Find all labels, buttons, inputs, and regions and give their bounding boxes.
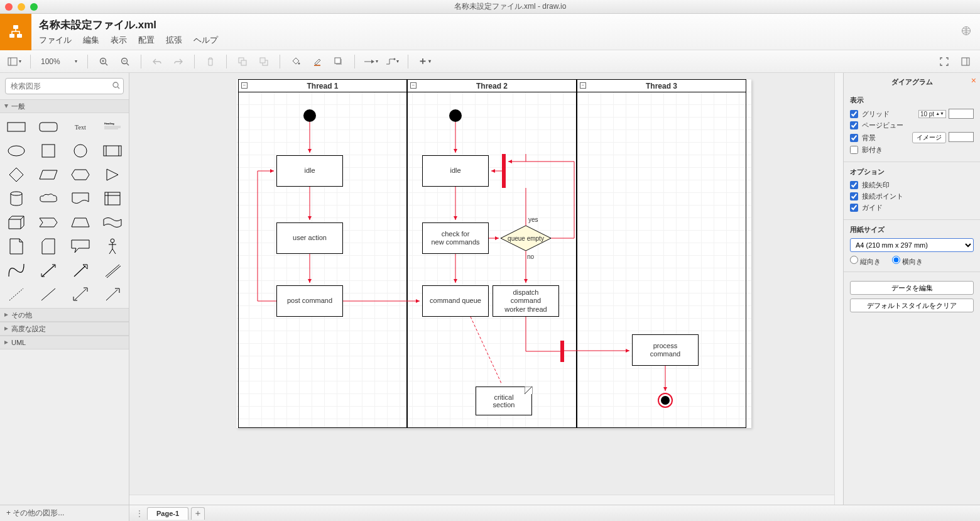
scrollbar-vertical[interactable] [834, 73, 843, 505]
swimlane-thread3[interactable]: Thread 3 − process command [577, 79, 746, 428]
shape-square[interactable] [35, 142, 63, 160]
shape-circle[interactable] [67, 142, 95, 160]
view-mode-button[interactable]: ▾ [5, 53, 24, 70]
to-back-button[interactable] [254, 53, 273, 70]
clear-style-button[interactable]: デフォルトスタイルをクリア [850, 299, 974, 312]
node-check[interactable]: check for new commands [422, 222, 489, 254]
shape-document[interactable] [67, 190, 95, 207]
delete-button[interactable] [201, 53, 220, 70]
chk-conn-arrows[interactable] [850, 181, 858, 189]
fill-color-button[interactable] [286, 53, 305, 70]
edit-data-button[interactable]: データを編集 [850, 281, 974, 295]
section-general[interactable]: 一般 [0, 99, 129, 113]
shape-callout[interactable] [67, 238, 95, 255]
menu-arrange[interactable]: 配置 [138, 35, 155, 46]
section-uml[interactable]: UML [0, 336, 129, 349]
grid-color-swatch[interactable] [949, 109, 974, 119]
image-button[interactable]: イメージ [912, 132, 946, 143]
swimlane-thread2[interactable]: Thread 2 − idle check for new commands c… [407, 79, 577, 428]
section-advanced[interactable]: 高度な設定 [0, 322, 129, 336]
node-post-command[interactable]: post command [276, 285, 343, 317]
shape-card[interactable] [35, 238, 63, 255]
menu-file[interactable]: ファイル [39, 35, 72, 46]
waypoint-style-button[interactable]: ▾ [383, 53, 401, 70]
sync-bar-top[interactable] [502, 154, 506, 188]
shape-plain-line[interactable] [35, 285, 63, 303]
node-queue[interactable]: command queue [422, 285, 489, 317]
decision-queue-empty[interactable]: queue empty [501, 226, 551, 251]
scrollbar-horizontal[interactable] [129, 495, 834, 505]
shape-dir-arrow[interactable] [98, 285, 126, 303]
shape-cube[interactable] [3, 214, 31, 231]
menu-extras[interactable]: 拡張 [166, 35, 182, 46]
chk-background[interactable] [850, 134, 858, 142]
note-critical-section[interactable]: critical section [476, 387, 532, 415]
radio-portrait[interactable]: 縦向き [850, 256, 881, 266]
shape-textbox[interactable]: Heading [98, 118, 126, 136]
close-window[interactable] [5, 3, 13, 11]
end-node[interactable] [658, 393, 673, 408]
shape-cloud[interactable] [35, 190, 63, 207]
chk-shadow[interactable] [850, 146, 858, 154]
shape-curve[interactable] [3, 261, 31, 279]
chk-guides[interactable] [850, 204, 858, 212]
chk-grid[interactable] [850, 110, 858, 118]
to-front-button[interactable] [233, 53, 252, 70]
node-idle1[interactable]: idle [276, 155, 343, 187]
zoom-in-button[interactable] [94, 53, 113, 70]
shadow-button[interactable] [329, 53, 348, 70]
close-icon[interactable]: × [971, 75, 976, 85]
node-idle2[interactable]: idle [422, 155, 489, 187]
chk-conn-points[interactable] [850, 192, 858, 200]
menu-help[interactable]: ヘルプ [193, 35, 218, 46]
shape-parallelogram[interactable] [35, 166, 63, 184]
zoom-level[interactable]: 100%▾ [37, 53, 81, 70]
undo-button[interactable] [148, 53, 166, 70]
connection-style-button[interactable]: ▾ [361, 53, 380, 70]
radio-landscape[interactable]: 横向き [892, 256, 923, 266]
collapse-icon[interactable]: − [410, 82, 416, 89]
shape-text[interactable]: Text [67, 118, 95, 136]
shape-step[interactable] [35, 214, 63, 231]
shape-diamond[interactable] [3, 166, 31, 184]
shape-bidir-arrow[interactable] [67, 285, 95, 303]
insert-button[interactable]: ＋▾ [415, 53, 433, 70]
sync-bar-bottom[interactable] [560, 341, 564, 362]
bg-color-swatch[interactable] [949, 132, 974, 142]
shape-internal-storage[interactable] [98, 190, 126, 207]
chk-pageview[interactable] [850, 121, 858, 129]
swimlane-thread1[interactable]: Thread 1 − idle user action post command [238, 79, 407, 428]
menu-edit[interactable]: 編集 [83, 35, 99, 46]
shape-biarrow[interactable] [35, 261, 63, 279]
add-page-button[interactable]: ＋ [191, 507, 205, 520]
shape-cylinder[interactable] [3, 190, 31, 207]
shape-hexagon[interactable] [67, 166, 95, 184]
page[interactable]: Thread 1 − idle user action post command [236, 79, 751, 428]
section-other[interactable]: その他 [0, 308, 129, 322]
shape-line-thin[interactable] [98, 261, 126, 279]
shape-rounded[interactable] [35, 118, 63, 136]
shape-arrow[interactable] [67, 261, 95, 279]
redo-button[interactable] [169, 53, 188, 70]
shape-triangle[interactable] [98, 166, 126, 184]
collapse-icon[interactable]: − [241, 82, 248, 89]
page-tab-1[interactable]: Page-1 [147, 507, 188, 520]
node-dispatch[interactable]: dispatch command worker thread [493, 285, 559, 317]
shape-trapezoid[interactable] [67, 214, 95, 231]
fullscreen-button[interactable] [935, 53, 954, 70]
shape-note[interactable] [3, 238, 31, 255]
line-color-button[interactable] [308, 53, 327, 70]
zoom-window[interactable] [30, 3, 38, 11]
shape-dashed-line[interactable] [3, 285, 31, 303]
menu-view[interactable]: 表示 [111, 35, 127, 46]
shape-process[interactable] [98, 142, 126, 160]
minimize-window[interactable] [18, 3, 25, 11]
shape-tape[interactable] [98, 214, 126, 231]
search-input[interactable] [5, 78, 124, 94]
window-controls[interactable] [5, 3, 38, 11]
document-title[interactable]: 名称未設定ファイル.xml [39, 18, 218, 32]
node-user-action[interactable]: user action [276, 222, 343, 254]
shape-actor[interactable] [98, 238, 126, 255]
start-node[interactable] [449, 109, 462, 122]
grid-size-input[interactable]: 10 pt▲▼ [918, 110, 946, 118]
